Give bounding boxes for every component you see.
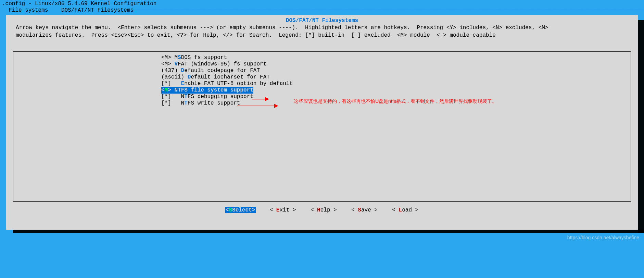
load-button[interactable]: < Load > <box>391 207 419 213</box>
exit-button[interactable]: < Exit > <box>269 207 297 213</box>
arrow-annotation-2 <box>237 104 278 108</box>
shadow-right <box>638 20 644 233</box>
main-panel: DOS/FAT/NT Filesystems Arrow keys naviga… <box>6 15 638 230</box>
option-default-iocharset[interactable]: (ascii) Default iocharset for FAT <box>13 74 631 81</box>
option-ntfs-fs[interactable]: <M> NTFS file system support <box>161 87 253 94</box>
option-vfat-fs[interactable]: <M> VFAT (Windows-95) fs support <box>13 61 631 68</box>
annotation-text: 这些应该也是支持的，有这些再也不怕U盘是ntfs格式，看不到文件，然后满世界找驱… <box>294 98 497 105</box>
option-default-codepage[interactable]: (437) Default codepage for FAT <box>13 68 631 74</box>
help-text-line1: Arrow keys navigate the menu. <Enter> se… <box>13 24 631 32</box>
panel-title: DOS/FAT/NT Filesystems <box>13 17 631 24</box>
help-text-line2: modularizes features. Press <Esc><Esc> t… <box>13 32 631 39</box>
breadcrumb: File systems DOS/FAT/NT Filesystems ────… <box>0 7 644 14</box>
select-button[interactable]: <SSelect> <box>225 207 256 213</box>
button-bar: <SSelect> < Exit > < Help > < Save > < L… <box>13 207 631 213</box>
option-msdos-fs[interactable]: <M> MSDOS fs support <box>13 55 631 61</box>
options-list: <M> MSDOS fs support <M> VFAT (Windows-9… <box>13 51 631 202</box>
window-title: .config - Linux/x86 5.4.69 Kernel Config… <box>0 0 644 7</box>
help-button[interactable]: < Help > <box>310 207 338 213</box>
watermark: https://blog.csdn.net/alwaysbefine <box>567 235 639 240</box>
arrow-annotation-1 <box>252 97 269 101</box>
option-fat-utf8[interactable]: [*] Enable FAT UTF-8 option by default <box>13 81 631 87</box>
save-button[interactable]: < Save > <box>351 207 378 213</box>
shadow-bottom <box>13 230 644 233</box>
